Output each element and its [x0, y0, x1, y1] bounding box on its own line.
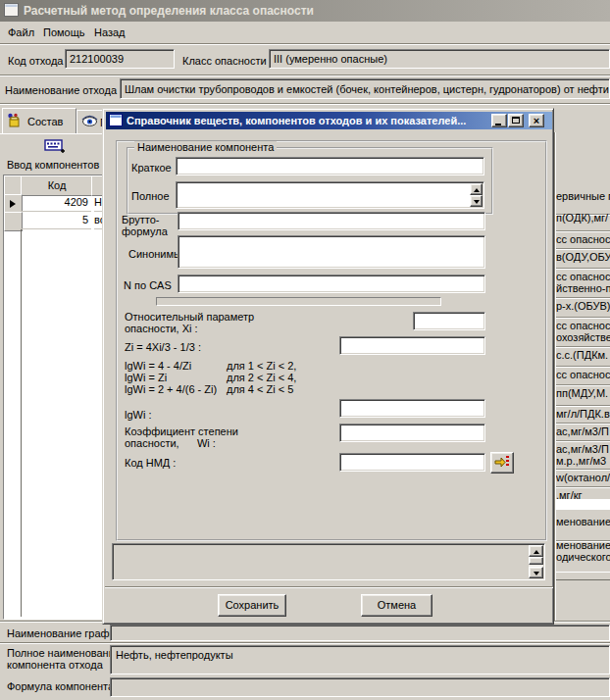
footer-separator [105, 586, 553, 588]
menu-help[interactable]: Помощь [43, 26, 85, 38]
waste-code-label: Код отхода [8, 55, 63, 67]
xi-input[interactable] [413, 312, 485, 330]
bg-row-text: р-х.(ОБУВ). [556, 300, 610, 312]
brutto-input[interactable] [178, 212, 485, 230]
header-separator-2 [0, 103, 610, 105]
lgwi-input[interactable] [339, 399, 485, 418]
grid-code-header[interactable]: Код [21, 175, 93, 196]
bg-row-12: w(октанол/ [556, 470, 610, 487]
close-icon: × [534, 115, 539, 126]
memo-scroll-thumb[interactable] [529, 557, 543, 565]
zi-input[interactable] [339, 336, 485, 355]
memo-scroll-up[interactable] [529, 545, 543, 557]
app-icon [4, 3, 19, 17]
component-formula-field[interactable] [110, 677, 610, 697]
bg-row-text: ас,мг/м3/П [556, 443, 610, 455]
formula-1: lgWi = 4 - 4/Zi [125, 360, 191, 372]
cas-input[interactable] [178, 275, 485, 293]
bg-row-text: охозяйстве [556, 331, 610, 343]
scroll-up-icon [534, 550, 539, 554]
bg-row-0: п(ОДК),мг/ [556, 210, 610, 231]
short-name-input[interactable] [176, 157, 484, 175]
menu-file[interactable]: Файл [8, 26, 34, 38]
grid-cell-code-0[interactable]: 4209 [21, 194, 91, 212]
synonyms-textarea[interactable] [178, 235, 485, 269]
bg-row-4: р-х.(ОБУВ). [556, 298, 610, 318]
bg-row-3: сс опасност йственно-п [556, 269, 610, 298]
maximize-button[interactable] [508, 114, 524, 127]
scroll-down-icon [534, 572, 539, 575]
maximize-icon [512, 117, 520, 124]
components-grid[interactable]: Код 4209 Не 5 во [3, 175, 104, 620]
brutto-label-2: формула [122, 225, 168, 237]
waste-name-value: Шлам очистки трубопроводов и емкостей (б… [125, 83, 609, 95]
dialog-titlebar[interactable]: Справочник веществ, компонентов отходов … [106, 112, 552, 129]
component-name-group-title: Наименование компонента [134, 141, 277, 153]
close-button[interactable]: × [529, 114, 544, 127]
bg-row-text: сс опасност [556, 369, 610, 380]
component-formula-label: Формула компонента [7, 680, 114, 692]
reference-dialog: Справочник веществ, компонентов отходов … [102, 108, 554, 625]
menu-back[interactable]: Назад [94, 26, 126, 38]
bottom-separator-1 [0, 642, 610, 644]
bg-row-text: м.р.,мг/м3 [556, 455, 610, 467]
formula-3-cond: для 4 < Zi < 5 [227, 383, 293, 395]
coef-label-2: опасности, Wi : [125, 437, 216, 449]
dialog-icon [109, 114, 123, 126]
cancel-button[interactable]: Отмена [361, 594, 432, 617]
menu-separator [0, 43, 610, 45]
memo-scrollbar[interactable] [529, 545, 543, 578]
bg-header-text: ервичные по [556, 190, 610, 202]
bg-row-text: менование [556, 539, 610, 551]
nmd-lookup-button[interactable] [490, 452, 514, 474]
bg-row-10: ас,мг/м3/П [556, 424, 610, 441]
nmd-code-label: Код НМД : [125, 457, 176, 469]
bg-row-text: сс опасност [556, 233, 610, 245]
enter-components-icon[interactable] [44, 138, 66, 156]
full-component-label-2: компонента отхода [7, 659, 103, 671]
full-name-scroll-down[interactable] [470, 195, 483, 207]
formula-2: lgWi = Zi [125, 372, 167, 383]
waste-code-field[interactable]: 212100039 [65, 49, 175, 69]
menu-bar: Файл Помощь Назад [0, 22, 610, 43]
bg-row-text: п(ОДК),мг/ [556, 212, 608, 224]
hazard-class-label: Класс опасности [182, 55, 267, 67]
zi-formula-label: Zi = 4Xi/3 - 1/3 : [125, 341, 201, 353]
full-name-textarea[interactable] [176, 181, 484, 209]
bg-row-2: в(ОДУ,ОБУ [556, 249, 610, 269]
memo-scroll-down[interactable] [529, 567, 543, 578]
hazard-class-field[interactable]: III (умеренно опасные) [269, 49, 610, 69]
bg-row-15: менование одического [556, 537, 610, 571]
minimize-icon [495, 124, 501, 125]
main-titlebar: Расчетный метод определения класса опасн… [0, 0, 610, 22]
full-name-label: Полное [131, 190, 170, 202]
bg-row-text: сс опасност [556, 271, 610, 282]
bg-row-text: w(октанол/ [556, 472, 610, 483]
bg-row-text: сс опасност [556, 320, 610, 331]
full-name-scroll-up[interactable] [470, 183, 483, 195]
minimize-button[interactable] [491, 114, 507, 127]
background-indicators-table: ервичные по п(ОДК),мг/ сс опасност в(ОДУ… [554, 132, 610, 623]
save-button[interactable]: Сохранить [218, 594, 286, 617]
wi-input[interactable] [339, 424, 485, 442]
waste-name-label: Наименование отхода [5, 84, 117, 96]
waste-name-field[interactable]: Шлам очистки трубопроводов и емкостей (б… [120, 78, 610, 99]
bg-white-band [556, 499, 610, 510]
nmd-code-input[interactable] [339, 453, 485, 472]
rel-param-label-1: Относительный параметр [125, 311, 254, 323]
components-icon [7, 113, 24, 128]
main-window-title: Расчетный метод определения класса опасн… [24, 4, 573, 18]
bg-row-7: сс опасност [556, 367, 610, 385]
column-name-field[interactable] [110, 625, 610, 641]
tab-composition[interactable]: Состав [2, 108, 76, 134]
grid-cell-code-1[interactable]: 5 [21, 212, 91, 229]
scroll-up-icon [474, 188, 480, 192]
tab-composition-label: Состав [27, 116, 63, 127]
full-component-field[interactable]: Нефть, нефтепродукты [110, 645, 610, 675]
dialog-memo[interactable] [112, 543, 545, 580]
short-name-label: Краткое [131, 162, 172, 174]
bg-row-text: пп(МДУ,М. [556, 387, 608, 399]
bg-row-9: мг/л/ПДК.в [556, 406, 610, 424]
formula-1-cond: для 1 < Zi < 2, [227, 360, 296, 372]
column-name-label: Наименование графы : [7, 627, 124, 639]
